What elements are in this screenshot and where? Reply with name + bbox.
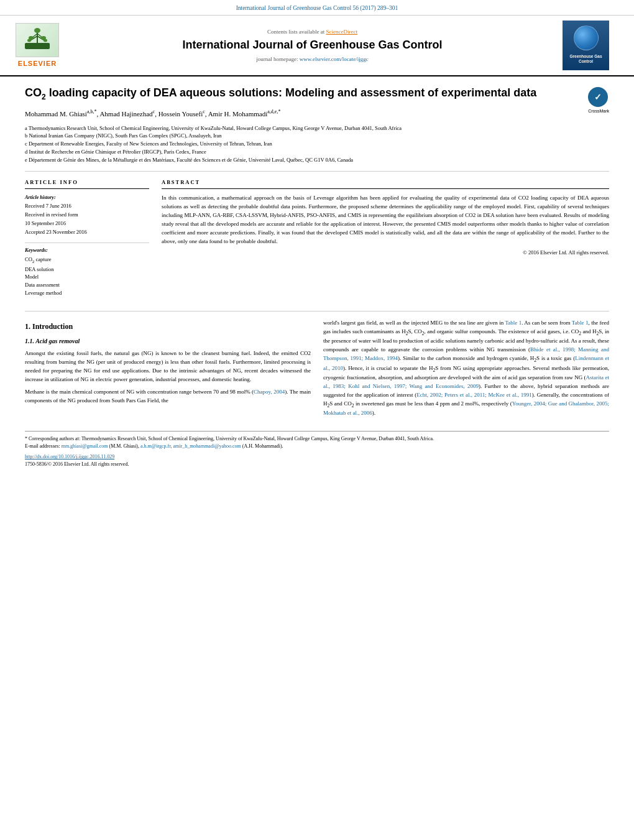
revised-label: Received in revised form xyxy=(25,211,149,219)
journal-title-block: Contents lists available at ScienceDirec… xyxy=(68,21,556,70)
article-history-label: Article history: xyxy=(25,194,149,201)
abstract-label: ABSTRACT xyxy=(162,179,609,189)
affil-d: d Institut de Recherche en Génie Chimiqu… xyxy=(25,148,609,156)
section1-title: 1. Introduction xyxy=(25,321,311,332)
affiliations-block: a Thermodynamics Research Unit, School o… xyxy=(25,124,609,164)
elsevier-tree-logo xyxy=(16,23,59,57)
email-1-name: (M.M. Ghiasi), xyxy=(109,443,139,449)
keyword-2: DEA solution xyxy=(25,266,149,274)
copyright-line: © 2016 Elsevier Ltd. All rights reserved… xyxy=(162,249,609,257)
email-3[interactable]: amir_h_mohammadi@yahoo.com xyxy=(173,443,241,449)
journal-name-title: International Journal of Greenhouse Gas … xyxy=(68,37,556,53)
doi-bar: International Journal of Greenhouse Gas … xyxy=(0,0,634,16)
intro-right-body-text: world's largest gas field, as well as th… xyxy=(323,319,609,418)
introduction-section: 1. Introduction 1.1. Acid gas removal Am… xyxy=(25,319,609,422)
svg-point-10 xyxy=(44,39,47,42)
sciencedirect-link[interactable]: ScienceDirect xyxy=(326,29,357,35)
issn-copyright: 1750-5836/© 2016 Elsevier Ltd. All right… xyxy=(25,461,129,467)
keyword-3: Model xyxy=(25,274,149,281)
email-line: E-mail addresses: mm.ghiasi@gmail.com (M… xyxy=(25,443,609,450)
table1-ref-1[interactable]: Table 1 xyxy=(505,320,521,326)
homepage-label: journal homepage: xyxy=(256,56,298,62)
crossmark-label: CrossMark xyxy=(588,108,609,114)
intro-body-text: Amongst the existing fossil fuels, the n… xyxy=(25,349,311,405)
keyword-1: CO2 capture xyxy=(25,256,149,265)
doi-link[interactable]: http://dx.doi.org/10.1016/j.ijggc.2016.1… xyxy=(25,454,114,459)
divider-1 xyxy=(25,171,609,172)
email-label: E-mail addresses: xyxy=(25,443,60,449)
contents-available-line: Contents lists available at ScienceDirec… xyxy=(68,28,556,36)
email-2[interactable]: a.h.m@irgcp.fr, xyxy=(140,443,172,449)
email-1[interactable]: mm.ghiasi@gmail.com xyxy=(62,443,108,449)
received-date: Received 7 June 2016 xyxy=(25,203,149,210)
divider-2 xyxy=(25,311,609,312)
divider-info xyxy=(25,242,149,243)
affil-e: e Département de Génie des Mines, de la … xyxy=(25,156,609,164)
keyword-5: Leverage method xyxy=(25,290,149,297)
article-info-label: ARTICLE INFO xyxy=(25,179,149,189)
chapoy-ref[interactable]: Chapoy, 2004 xyxy=(254,389,285,395)
crossmark-icon: ✓ xyxy=(588,87,608,107)
email-3-name: (A.H. Mohammadi). xyxy=(242,443,283,449)
article-info-column: ARTICLE INFO Article history: Received 7… xyxy=(25,179,149,303)
echt-ref[interactable]: Echt, 2002; Peters et al., 2011; McKee e… xyxy=(416,392,531,398)
intro-right-para-1: world's largest gas field, as well as th… xyxy=(323,319,609,418)
keywords-label: Keywords: xyxy=(25,247,149,254)
journal-url-link[interactable]: www.elsevier.com/locate/ijggc xyxy=(300,56,369,62)
abstract-text: In this communication, a mathematical ap… xyxy=(162,194,609,257)
abstract-paragraph: In this communication, a mathematical ap… xyxy=(162,194,609,246)
affil-a: a Thermodynamics Research Unit, School o… xyxy=(25,124,609,132)
journal-homepage-line: journal homepage: www.elsevier.com/locat… xyxy=(68,55,556,63)
paper-title: CO2 loading capacity of DEA aqueous solu… xyxy=(25,86,609,102)
journal-header: ELSEVIER Contents lists available at Sci… xyxy=(0,16,634,76)
crossmark-badge: ✓ CrossMark xyxy=(588,87,609,114)
svg-rect-0 xyxy=(25,43,50,49)
article-history-block: Article history: Received 7 June 2016 Re… xyxy=(25,194,149,236)
keywords-block: Keywords: CO2 capture DEA solution Model… xyxy=(25,247,149,297)
intro-right-col: world's largest gas field, as well as th… xyxy=(323,319,609,422)
journal-cover-image: Greenhouse Gas Control xyxy=(563,21,609,70)
elsevier-wordmark: ELSEVIER xyxy=(18,59,57,68)
footer-doi-block: http://dx.doi.org/10.1016/j.ijggc.2016.1… xyxy=(25,453,609,468)
younger-ref[interactable]: Younger, 2004; Gue and Ghalambor, 2005; … xyxy=(323,400,609,416)
intro-left-col: 1. Introduction 1.1. Acid gas removal Am… xyxy=(25,319,311,422)
paper-title-block: ✓ CrossMark CO2 loading capacity of DEA … xyxy=(25,86,609,102)
section1-1-title: 1.1. Acid gas removal xyxy=(25,337,311,346)
elsevier-logo-block: ELSEVIER xyxy=(12,21,62,70)
affil-b: b National Iranian Gas Company (NIGC), S… xyxy=(25,132,609,140)
corresponding-author-note: * Corresponding authors at: Thermodynami… xyxy=(25,435,609,443)
doi-text: International Journal of Greenhouse Gas … xyxy=(236,5,398,11)
bhide-ref[interactable]: Bhide et al., 1998; Manning and Thompson… xyxy=(323,346,609,361)
elsevier-svg-icon xyxy=(22,27,53,52)
astarita-ref[interactable]: Astarita et al., 1983; Kohl and Nielsen,… xyxy=(323,374,609,389)
article-info-abstract-section: ARTICLE INFO Article history: Received 7… xyxy=(25,179,609,303)
intro-para-2: Methane is the main chemical component o… xyxy=(25,388,311,405)
intro-para-1: Amongst the existing fossil fuels, the n… xyxy=(25,349,311,384)
affil-c: c Department of Renewable Energies, Facu… xyxy=(25,140,609,148)
footer-notes: * Corresponding authors at: Thermodynami… xyxy=(25,431,609,450)
abstract-column: ABSTRACT In this communication, a mathem… xyxy=(162,179,609,303)
svg-point-6 xyxy=(34,28,40,33)
authors-line: Mohammad M. Ghiasia,b,*, Ahmad Hajinezha… xyxy=(25,108,609,119)
table1-ref-2[interactable]: Table 1 xyxy=(572,320,589,326)
keyword-4: Data assessment xyxy=(25,282,149,289)
cover-globe-graphic xyxy=(574,25,599,50)
main-content: ✓ CrossMark CO2 loading capacity of DEA … xyxy=(0,76,634,478)
cover-title-text: Greenhouse Gas Control xyxy=(565,54,607,64)
accepted-date: Accepted 23 November 2016 xyxy=(25,229,149,236)
svg-point-9 xyxy=(27,39,31,42)
revised-date: 10 September 2016 xyxy=(25,220,149,228)
contents-available-text: Contents lists available at xyxy=(267,29,324,35)
page: International Journal of Greenhouse Gas … xyxy=(0,0,634,840)
